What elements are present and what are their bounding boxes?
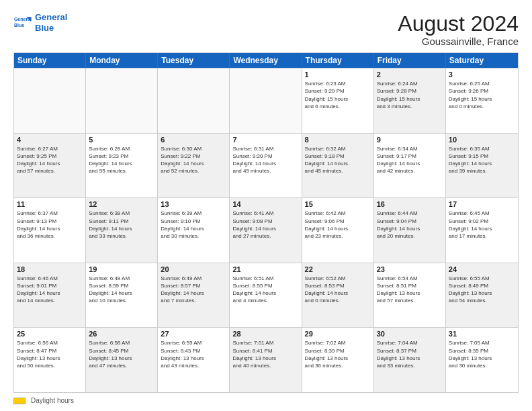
day-number: 23 [377,265,443,273]
cell-info: Sunrise: 6:52 AMSunset: 8:53 PMDaylight:… [305,275,371,305]
cell-info: Sunrise: 6:51 AMSunset: 8:55 PMDaylight:… [232,275,298,305]
cell-info: Sunrise: 6:56 AMSunset: 8:47 PMDaylight:… [17,339,83,369]
day-number: 4 [17,136,83,144]
cell-info: Sunrise: 6:32 AMSunset: 9:18 PMDaylight:… [305,145,371,175]
day-number: 17 [449,200,515,208]
day-number: 16 [377,200,443,208]
calendar-cell: 10Sunrise: 6:35 AMSunset: 9:15 PMDayligh… [446,134,518,198]
calendar-row-3: 11Sunrise: 6:37 AMSunset: 9:13 PMDayligh… [14,197,518,263]
logo-line2: Blue [35,23,67,34]
day-number: 22 [305,265,371,273]
day-number: 27 [161,330,226,338]
day-number: 25 [17,330,83,338]
cell-info: Sunrise: 6:24 AMSunset: 9:28 PMDaylight:… [377,80,443,110]
calendar-cell: 31Sunrise: 7:05 AMSunset: 8:35 PMDayligh… [446,328,518,392]
calendar-cell: 16Sunrise: 6:44 AMSunset: 9:04 PMDayligh… [374,198,446,263]
header: General Blue General Blue August 2024 Go… [13,12,519,47]
cell-info: Sunrise: 6:48 AMSunset: 8:59 PMDaylight:… [89,275,154,305]
calendar-cell: 4Sunrise: 6:27 AMSunset: 9:25 PMDaylight… [14,134,86,198]
day-number: 31 [449,330,515,338]
day-number: 26 [89,330,154,338]
calendar-cell [86,68,158,133]
page-title: August 2024 [398,12,519,36]
weekday-header-sunday: Sunday [14,53,86,68]
calendar-cell: 30Sunrise: 7:04 AMSunset: 8:37 PMDayligh… [374,328,446,392]
day-number: 2 [377,71,443,79]
calendar-cell: 23Sunrise: 6:54 AMSunset: 8:51 PMDayligh… [374,263,446,328]
weekday-header-thursday: Thursday [302,53,374,68]
day-number: 1 [305,71,371,79]
cell-info: Sunrise: 6:46 AMSunset: 9:01 PMDaylight:… [17,275,83,305]
day-number: 14 [232,200,298,208]
calendar-cell: 6Sunrise: 6:30 AMSunset: 9:22 PMDaylight… [158,134,230,198]
calendar-cell: 24Sunrise: 6:55 AMSunset: 8:49 PMDayligh… [446,263,518,328]
cell-info: Sunrise: 7:02 AMSunset: 8:39 PMDaylight:… [305,339,371,369]
calendar-cell: 11Sunrise: 6:37 AMSunset: 9:13 PMDayligh… [14,198,86,263]
calendar-cell: 5Sunrise: 6:28 AMSunset: 9:23 PMDaylight… [86,134,158,198]
daylight-legend-label: Daylight hours [31,397,74,404]
calendar-cell: 21Sunrise: 6:51 AMSunset: 8:55 PMDayligh… [230,263,302,328]
calendar-cell: 20Sunrise: 6:49 AMSunset: 8:57 PMDayligh… [158,263,230,328]
day-number: 13 [161,200,226,208]
calendar-cell [158,68,230,133]
cell-info: Sunrise: 6:38 AMSunset: 9:11 PMDaylight:… [89,210,154,240]
cell-info: Sunrise: 6:28 AMSunset: 9:23 PMDaylight:… [89,145,154,175]
calendar-cell: 27Sunrise: 6:59 AMSunset: 8:43 PMDayligh… [158,328,230,392]
weekday-header-friday: Friday [374,53,446,68]
title-block: August 2024 Goussainville, France [398,12,519,47]
cell-info: Sunrise: 6:42 AMSunset: 9:06 PMDaylight:… [305,210,371,240]
calendar-cell: 17Sunrise: 6:45 AMSunset: 9:02 PMDayligh… [446,198,518,263]
day-number: 11 [17,200,83,208]
cell-info: Sunrise: 6:37 AMSunset: 9:13 PMDaylight:… [17,210,83,240]
cell-info: Sunrise: 7:01 AMSunset: 8:41 PMDaylight:… [232,339,298,369]
calendar-row-4: 18Sunrise: 6:46 AMSunset: 9:01 PMDayligh… [14,263,518,328]
calendar-cell: 18Sunrise: 6:46 AMSunset: 9:01 PMDayligh… [14,263,86,328]
day-number: 19 [89,265,154,273]
weekday-header-monday: Monday [86,53,158,68]
calendar-header: SundayMondayTuesdayWednesdayThursdayFrid… [14,53,518,68]
page-subtitle: Goussainville, France [398,36,519,47]
calendar-body: 1Sunrise: 6:23 AMSunset: 9:29 PMDaylight… [14,68,518,392]
calendar-cell: 1Sunrise: 6:23 AMSunset: 9:29 PMDaylight… [302,68,374,133]
cell-info: Sunrise: 6:49 AMSunset: 8:57 PMDaylight:… [161,275,226,305]
cell-info: Sunrise: 6:58 AMSunset: 8:45 PMDaylight:… [89,339,154,369]
cell-info: Sunrise: 6:31 AMSunset: 9:20 PMDaylight:… [232,145,298,175]
calendar-cell: 29Sunrise: 7:02 AMSunset: 8:39 PMDayligh… [302,328,374,392]
day-number: 8 [305,136,371,144]
logo: General Blue General Blue [13,12,67,33]
day-number: 15 [305,200,371,208]
day-number: 18 [17,265,83,273]
cell-info: Sunrise: 6:23 AMSunset: 9:29 PMDaylight:… [305,80,371,110]
cell-info: Sunrise: 6:30 AMSunset: 9:22 PMDaylight:… [161,145,226,175]
calendar-cell: 7Sunrise: 6:31 AMSunset: 9:20 PMDaylight… [230,134,302,198]
page: General Blue General Blue August 2024 Go… [0,0,532,411]
calendar-cell [14,68,86,133]
day-number: 30 [377,330,443,338]
calendar-cell: 26Sunrise: 6:58 AMSunset: 8:45 PMDayligh… [86,328,158,392]
cell-info: Sunrise: 6:59 AMSunset: 8:43 PMDaylight:… [161,339,226,369]
day-number: 3 [449,71,515,79]
calendar-cell: 19Sunrise: 6:48 AMSunset: 8:59 PMDayligh… [86,263,158,328]
svg-text:Blue: Blue [14,23,24,28]
day-number: 9 [377,136,443,144]
calendar-row-2: 4Sunrise: 6:27 AMSunset: 9:25 PMDaylight… [14,133,518,198]
cell-info: Sunrise: 6:34 AMSunset: 9:17 PMDaylight:… [377,145,443,175]
day-number: 5 [89,136,154,144]
cell-info: Sunrise: 6:55 AMSunset: 8:49 PMDaylight:… [449,275,515,305]
calendar-cell: 28Sunrise: 7:01 AMSunset: 8:41 PMDayligh… [230,328,302,392]
cell-info: Sunrise: 6:39 AMSunset: 9:10 PMDaylight:… [161,210,226,240]
daylight-legend-bar [13,398,26,404]
day-number: 24 [449,265,515,273]
calendar-cell: 3Sunrise: 6:25 AMSunset: 9:26 PMDaylight… [446,68,518,133]
calendar-cell: 22Sunrise: 6:52 AMSunset: 8:53 PMDayligh… [302,263,374,328]
logo-text: General Blue [35,12,67,33]
cell-info: Sunrise: 6:54 AMSunset: 8:51 PMDaylight:… [377,275,443,305]
cell-info: Sunrise: 6:41 AMSunset: 9:08 PMDaylight:… [232,210,298,240]
calendar: SundayMondayTuesdayWednesdayThursdayFrid… [13,52,519,393]
cell-info: Sunrise: 6:44 AMSunset: 9:04 PMDaylight:… [377,210,443,240]
calendar-cell: 8Sunrise: 6:32 AMSunset: 9:18 PMDaylight… [302,134,374,198]
cell-info: Sunrise: 6:35 AMSunset: 9:15 PMDaylight:… [449,145,515,175]
logo-line1: General [35,12,67,23]
day-number: 10 [449,136,515,144]
calendar-cell: 12Sunrise: 6:38 AMSunset: 9:11 PMDayligh… [86,198,158,263]
